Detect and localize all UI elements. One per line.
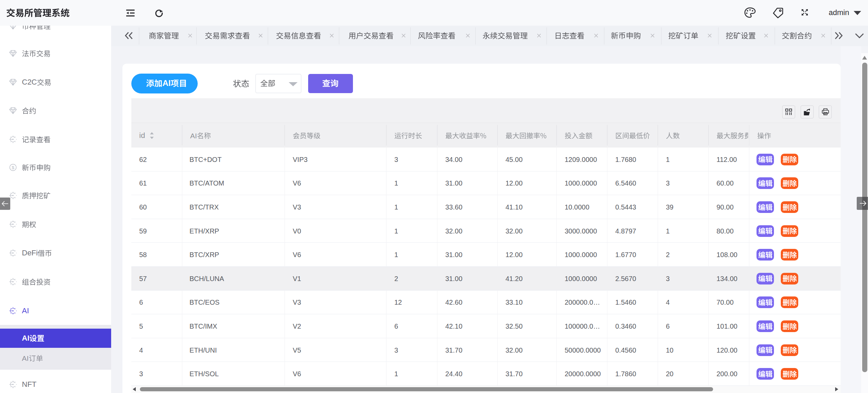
- svg-text:$: $: [12, 165, 14, 170]
